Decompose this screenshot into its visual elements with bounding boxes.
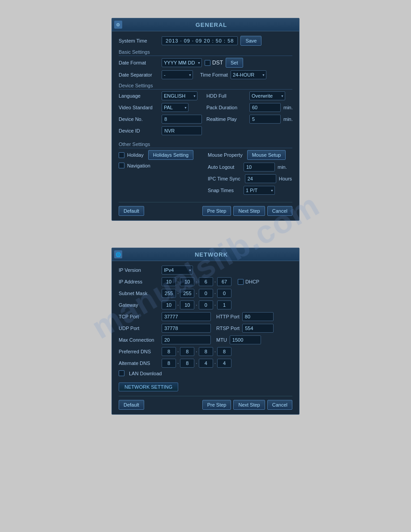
ip-address-row: IP Address · · · DHCP [119, 277, 292, 286]
ip-octet-3[interactable] [199, 277, 213, 286]
alternate-dns-group: · · · [162, 359, 231, 368]
network-pre-step-button[interactable]: Pre Step [202, 400, 231, 410]
ip-version-select[interactable]: IPv4 [162, 266, 193, 275]
date-separator-wrapper[interactable]: - [162, 70, 193, 79]
dhcp-checkbox[interactable] [238, 279, 244, 285]
device-no-input[interactable] [162, 115, 202, 124]
adns-octet-3[interactable] [199, 359, 213, 368]
mouse-property-row: Mouse Property Mouse Setup [208, 150, 292, 160]
udp-port-label: UDP Port [119, 326, 159, 331]
mouse-property-label: Mouse Property [208, 152, 243, 158]
http-port-input[interactable] [242, 312, 274, 321]
time-format-wrapper[interactable]: 24-HOUR [231, 70, 266, 79]
holiday-label: Holiday [127, 152, 144, 158]
navigation-label: Navigation [127, 163, 150, 168]
network-panel: 🌐 NETWORK IP Version IPv4 IP Address · [111, 248, 300, 415]
ip-octet-2[interactable] [180, 277, 194, 286]
gateway-octet-4[interactable] [217, 300, 231, 309]
network-setting-button[interactable]: NETWORK SETTING [119, 382, 178, 391]
ipc-time-sync-input[interactable] [245, 174, 276, 183]
navigation-checkbox[interactable] [119, 163, 124, 168]
ip-octet-4[interactable] [217, 277, 231, 286]
date-format-label: Date Format [119, 60, 159, 65]
general-next-step-button[interactable]: Next Step [233, 206, 265, 216]
date-format-row: Date Format YYYY MM DD DST Set [119, 58, 292, 68]
device-id-input[interactable] [162, 126, 202, 135]
pdns-octet-4[interactable] [217, 347, 231, 356]
navigation-row: Navigation [119, 163, 203, 168]
ip-octet-1[interactable] [162, 277, 176, 286]
preferred-dns-group: · · · [162, 347, 231, 356]
video-standard-select[interactable]: PAL [162, 103, 188, 112]
hdd-full-select[interactable]: Overwrite [249, 91, 285, 100]
subnet-octet-1[interactable] [162, 289, 176, 298]
ip-version-label: IP Version [119, 267, 159, 273]
language-wrapper[interactable]: ENGLISH [162, 91, 197, 100]
save-button[interactable]: Save [240, 36, 261, 46]
subnet-octet-3[interactable] [199, 289, 213, 298]
tcp-port-input[interactable] [162, 312, 211, 321]
general-panel: ⚙ GENERAL System Time 2013 · 09 · 09 20 … [111, 18, 300, 221]
language-select[interactable]: ENGLISH [162, 91, 197, 100]
pdns-octet-1[interactable] [162, 347, 176, 356]
pack-duration-unit: min. [283, 105, 293, 110]
preferred-dns-label: Preferred DNS [119, 349, 159, 354]
subnet-mask-label: Subnet Mask [119, 291, 159, 296]
snap-times-select[interactable]: 1 P/T [244, 186, 275, 195]
video-standard-row: Video Standard PAL [119, 103, 202, 112]
realtime-play-input[interactable] [249, 115, 281, 124]
holiday-checkbox[interactable] [119, 152, 124, 158]
general-pre-step-button[interactable]: Pre Step [202, 206, 231, 216]
pdns-octet-3[interactable] [199, 347, 213, 356]
network-default-button[interactable]: Default [119, 400, 144, 410]
device-no-label: Device No. [119, 116, 159, 122]
ipc-time-sync-unit: Hours [279, 176, 292, 181]
general-cancel-button[interactable]: Cancel [267, 206, 292, 216]
set-button[interactable]: Set [226, 58, 243, 68]
max-connection-input[interactable] [162, 335, 211, 344]
max-connection-label: Max Connection [119, 337, 159, 343]
mtu-label: MTU [216, 337, 227, 343]
gateway-octet-3[interactable] [199, 300, 213, 309]
dst-checkbox[interactable] [205, 60, 210, 66]
hdd-full-wrapper[interactable]: Overwrite [249, 91, 285, 100]
network-title-bar: 🌐 NETWORK [112, 248, 299, 261]
auto-logout-unit: min. [278, 164, 287, 170]
snap-times-label: Snap Times [208, 188, 239, 193]
gateway-octet-1[interactable] [162, 300, 176, 309]
gateway-octet-2[interactable] [180, 300, 194, 309]
date-format-wrapper[interactable]: YYYY MM DD [162, 58, 202, 67]
mtu-input[interactable] [230, 335, 261, 344]
holidays-setting-button[interactable]: Holidays Setting [148, 150, 194, 160]
rtsp-port-input[interactable] [242, 324, 274, 333]
lan-download-checkbox[interactable] [119, 370, 124, 376]
pack-duration-row: Pack Duration min. [206, 103, 293, 112]
language-label: Language [119, 93, 159, 99]
network-cancel-button[interactable]: Cancel [267, 400, 292, 410]
realtime-play-label: Realtime Play [206, 116, 247, 122]
mouse-setup-button[interactable]: Mouse Setup [247, 150, 286, 160]
network-icon: 🌐 [114, 250, 122, 258]
time-format-select[interactable]: 24-HOUR [231, 70, 266, 79]
date-separator-select[interactable]: - [162, 70, 193, 79]
adns-octet-1[interactable] [162, 359, 176, 368]
general-default-button[interactable]: Default [119, 206, 144, 216]
device-id-label: Device ID [119, 128, 159, 133]
snap-times-wrapper[interactable]: 1 P/T [244, 186, 275, 195]
subnet-octet-4[interactable] [217, 289, 231, 298]
adns-octet-2[interactable] [180, 359, 194, 368]
auto-logout-input[interactable] [244, 163, 275, 172]
video-standard-wrapper[interactable]: PAL [162, 103, 188, 112]
udp-rtsp-row: UDP Port RTSP Port [119, 324, 292, 333]
pack-duration-input[interactable] [249, 103, 281, 112]
auto-logout-row: Auto Logout min. [208, 163, 292, 172]
ip-version-wrapper[interactable]: IPv4 [162, 266, 193, 275]
pdns-octet-2[interactable] [180, 347, 194, 356]
time-format-label: Time Format [200, 72, 228, 77]
network-next-step-button[interactable]: Next Step [233, 400, 265, 410]
udp-port-input[interactable] [162, 324, 211, 333]
ip-address-group: · · · [162, 277, 231, 286]
subnet-octet-2[interactable] [180, 289, 194, 298]
adns-octet-4[interactable] [217, 359, 231, 368]
date-format-select[interactable]: YYYY MM DD [162, 58, 202, 67]
